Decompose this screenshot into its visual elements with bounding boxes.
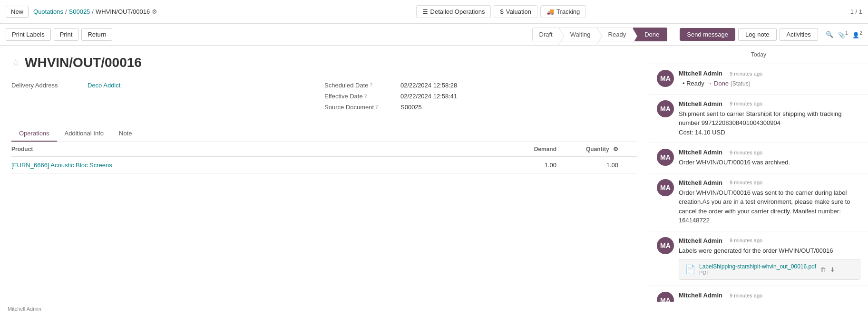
message-header-1: Mitchell Admin · 9 minutes ago	[679, 70, 860, 77]
attachment-count-icon[interactable]: 📎1	[838, 30, 848, 38]
return-button[interactable]: Return	[81, 28, 112, 41]
follower-count-icon[interactable]: 👤2	[852, 30, 862, 38]
left-panel: ☆ WHVIN/OUT/00016 Delivery Address Deco …	[0, 46, 649, 315]
product-name[interactable]: [FURN_6666] Acoustic Bloc Screens	[11, 162, 509, 169]
tabs: Operations Additional Info Note	[11, 126, 637, 142]
footer: Mitchell Admin	[0, 302, 868, 315]
breadcrumb-s00025[interactable]: S00025	[69, 8, 90, 15]
star-icon[interactable]: ☆	[11, 57, 20, 68]
print-labels-button[interactable]: Print Labels	[6, 28, 51, 41]
author-2: Mitchell Admin	[679, 100, 722, 107]
dot-separator-5: ·	[725, 238, 727, 243]
status-draft[interactable]: Draft	[532, 28, 560, 41]
col-header-demand: Demand	[509, 146, 566, 153]
scheduled-date-help-icon[interactable]: ?	[370, 83, 373, 88]
dot-separator-2: ·	[725, 101, 727, 106]
message-4: MA Mitchell Admin · 9 minutes ago Order …	[649, 173, 868, 231]
author-4: Mitchell Admin	[679, 179, 722, 186]
effective-date-help-icon[interactable]: ?	[364, 94, 367, 99]
delivery-address-value[interactable]: Deco Addict	[88, 82, 120, 89]
status-done[interactable]: Done	[633, 28, 667, 41]
scheduled-date-label: Scheduled Date ?	[324, 82, 400, 89]
tab-additional-info[interactable]: Additional Info	[57, 126, 111, 142]
effective-date-value: 02/22/2024 12:58:41	[400, 93, 457, 100]
quantity-settings-icon[interactable]: ⚙	[613, 146, 618, 153]
avatar-3: MA	[657, 149, 674, 166]
draft-arrow-fill	[559, 28, 564, 44]
message-5: MA Mitchell Admin · 9 minutes ago Labels…	[649, 231, 868, 286]
avatar-4: MA	[657, 179, 674, 196]
status-ready[interactable]: Ready	[598, 28, 634, 41]
waiting-arrow-fill	[597, 28, 602, 44]
col-header-quantity: Quantity ⚙	[566, 146, 623, 153]
table-header: Product Demand Quantity ⚙	[11, 142, 637, 157]
attachment[interactable]: 📄 LabelShipping-starshipit-whvin_out_000…	[679, 259, 860, 280]
valuation-label: Valuation	[506, 8, 531, 15]
message-actions: Send message Log note Activities	[680, 28, 818, 41]
message-header-4: Mitchell Admin · 9 minutes ago	[679, 179, 860, 186]
attachment-delete-icon[interactable]: 🗑	[820, 266, 826, 273]
message-content-1: Mitchell Admin · 9 minutes ago • Ready →…	[679, 70, 860, 88]
record-title: WHVIN/OUT/00016	[25, 55, 142, 70]
dot-separator-4: ·	[725, 180, 727, 185]
message-2: MA Mitchell Admin · 9 minutes ago Shipme…	[649, 95, 868, 143]
status-waiting[interactable]: Waiting	[560, 28, 598, 41]
print-button[interactable]: Print	[54, 28, 79, 41]
record-header: ☆ WHVIN/OUT/00016	[11, 55, 637, 70]
valuation-button[interactable]: $ Valuation	[494, 5, 537, 18]
pdf-icon: 📄	[685, 264, 695, 275]
demand-value: 1.00	[509, 162, 566, 169]
new-button[interactable]: New	[6, 6, 29, 18]
author-5: Mitchell Admin	[679, 237, 722, 244]
quantity-value: 1.00	[566, 162, 623, 169]
avatar-5: MA	[657, 237, 674, 254]
attachment-download-icon[interactable]: ⬇	[830, 266, 835, 273]
tab-note[interactable]: Note	[111, 126, 139, 142]
avatar-2: MA	[657, 100, 674, 117]
settings-icon[interactable]: ⚙	[152, 8, 157, 15]
page-indicator: 1 / 1	[850, 8, 862, 15]
delivery-address-field: Delivery Address Deco Addict	[11, 82, 324, 115]
detailed-operations-button[interactable]: ☰ Detailed Operations	[416, 5, 491, 18]
breadcrumb-current: WHVIN/OUT/00016	[96, 8, 150, 15]
message-body-4: Order WHVIN/OUT/00016 was sent to the ca…	[679, 188, 860, 225]
message-header-5: Mitchell Admin · 9 minutes ago	[679, 237, 860, 244]
dot-separator-3: ·	[725, 150, 727, 155]
source-doc-label: Source Document ?	[324, 104, 400, 111]
attachment-ext: PDF	[699, 270, 816, 276]
status-pipeline: Draft Waiting Ready Done	[532, 28, 668, 41]
tracking-icon: 🚚	[546, 8, 554, 15]
breadcrumb: Quotations / S00025 / WHVIN/OUT/00016 ⚙	[33, 8, 157, 15]
message-header-2: Mitchell Admin · 9 minutes ago	[679, 100, 860, 107]
send-message-button[interactable]: Send message	[680, 28, 735, 41]
chatter-panel: Today MA Mitchell Admin · 9 minutes ago …	[649, 46, 868, 315]
tab-operations[interactable]: Operations	[11, 126, 57, 142]
activities-button[interactable]: Activities	[780, 28, 818, 41]
valuation-icon: $	[500, 8, 503, 15]
message-body-1: • Ready → Done (Status)	[679, 79, 860, 88]
message-content-4: Mitchell Admin · 9 minutes ago Order WHV…	[679, 179, 860, 225]
attachment-actions: 🗑 ⬇	[820, 266, 835, 273]
col-header-product: Product	[11, 146, 509, 153]
scheduled-date-value: 02/22/2024 12:58:28	[400, 82, 457, 89]
breadcrumb-sep2: /	[92, 8, 94, 15]
source-doc-help-icon[interactable]: ?	[375, 105, 378, 110]
breadcrumb-quotations[interactable]: Quotations	[33, 8, 63, 15]
time-3: 9 minutes ago	[730, 150, 762, 155]
tracking-button[interactable]: 🚚 Tracking	[540, 5, 586, 18]
effective-date-label: Effective Date ?	[324, 93, 400, 100]
table-row[interactable]: [FURN_6666] Acoustic Bloc Screens 1.00 1…	[11, 157, 637, 174]
search-icon[interactable]: 🔍	[826, 31, 833, 38]
time-6: 9 minutes ago	[730, 293, 762, 298]
log-note-button[interactable]: Log note	[738, 28, 777, 41]
top-bar: New Quotations / S00025 / WHVIN/OUT/0001…	[0, 0, 868, 24]
message-content-3: Mitchell Admin · 9 minutes ago Order WHV…	[679, 149, 860, 167]
time-4: 9 minutes ago	[730, 180, 762, 185]
time-2: 9 minutes ago	[730, 101, 762, 106]
attachment-name: LabelShipping-starshipit-whvin_out_00016…	[699, 263, 816, 270]
attachment-info: LabelShipping-starshipit-whvin_out_00016…	[699, 263, 816, 276]
avatar-1: MA	[657, 70, 674, 87]
tracking-label: Tracking	[556, 8, 580, 15]
status-done-label: Done	[714, 80, 731, 87]
author-1: Mitchell Admin	[679, 70, 722, 77]
